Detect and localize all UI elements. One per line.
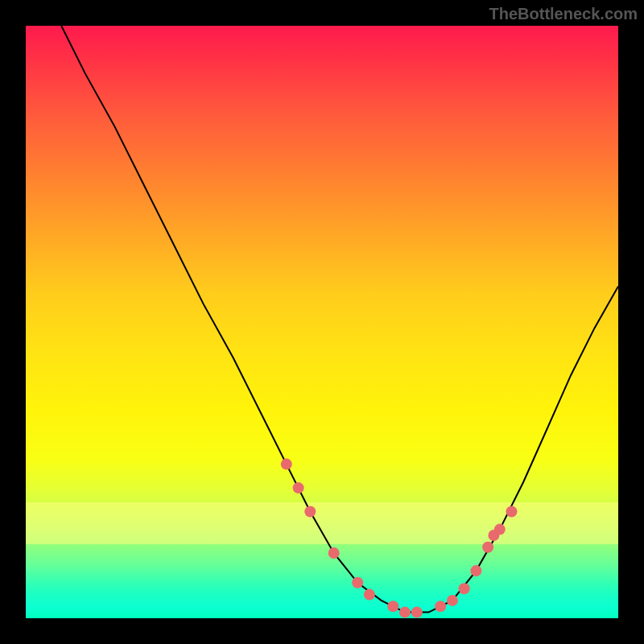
watermark-text: TheBottleneck.com [489, 5, 638, 23]
marker-dot [482, 542, 493, 553]
chart-svg [26, 26, 618, 618]
marker-dot [435, 601, 446, 612]
marker-dot [304, 506, 316, 518]
chart-plot-area [26, 26, 618, 618]
marker-dot [399, 607, 411, 618]
marker-dot [281, 459, 292, 470]
marker-dot [411, 607, 423, 618]
marker-dot [387, 601, 398, 612]
marker-dot [470, 565, 481, 576]
marker-dot [459, 583, 470, 594]
marker-dot [364, 589, 375, 601]
marker-dots [281, 459, 518, 618]
marker-dot [293, 482, 304, 493]
marker-dot [506, 506, 518, 518]
marker-dot [447, 595, 458, 606]
marker-dot [352, 577, 363, 588]
marker-dot [494, 524, 506, 535]
marker-dot [328, 547, 340, 559]
curve-line [61, 26, 618, 613]
